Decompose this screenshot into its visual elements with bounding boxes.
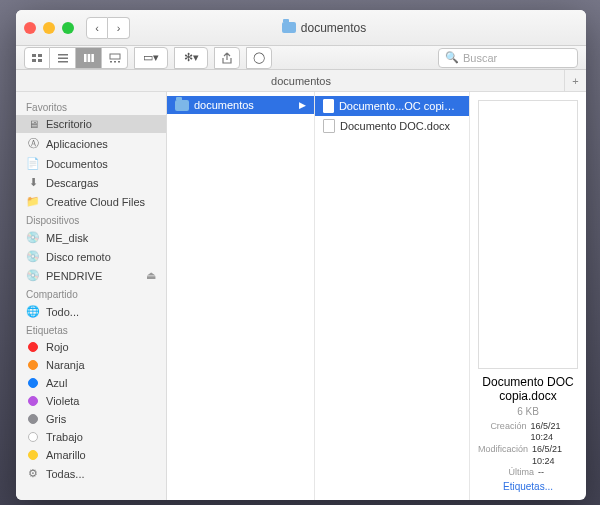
sidebar-item-label: Violeta [46, 395, 79, 407]
arrange-group: ▭▾ [134, 47, 168, 69]
column-item[interactable]: documentos▶ [167, 96, 314, 114]
svg-rect-6 [58, 61, 68, 63]
preview-meta-row: Modificación16/5/21 10:24 [478, 444, 578, 467]
svg-rect-2 [32, 59, 36, 62]
sidebar-item-todas-[interactable]: ⚙Todas... [16, 464, 166, 483]
desktop-icon: 🖥 [26, 118, 40, 130]
sidebar-item-label: Disco remoto [46, 251, 111, 263]
preview-meta-row: Creación16/5/21 10:24 [478, 421, 578, 444]
preview-meta-table: Creación16/5/21 10:24Modificación16/5/21… [478, 421, 578, 479]
action-button[interactable]: ✻▾ [174, 47, 208, 69]
add-tab-button[interactable]: + [564, 70, 586, 91]
view-column-button[interactable] [76, 47, 102, 69]
window-title-text: documentos [301, 21, 366, 35]
svg-rect-3 [38, 59, 42, 62]
tags-button[interactable]: ◯ [246, 47, 272, 69]
body: Favoritos🖥EscritorioⒶAplicaciones📄Docume… [16, 92, 586, 500]
folder-icon: 📁 [26, 195, 40, 208]
column-item[interactable]: Documento DOC.docx [315, 116, 469, 136]
folder-icon [282, 22, 296, 33]
sidebar-item-label: Creative Cloud Files [46, 196, 145, 208]
svg-rect-11 [110, 61, 112, 63]
sidebar-item-amarillo[interactable]: Amarillo [16, 446, 166, 464]
svg-rect-1 [38, 54, 42, 57]
titlebar: ‹ › documentos [16, 10, 586, 46]
sidebar-item-descargas[interactable]: ⬇Descargas [16, 173, 166, 192]
preview-meta-key: Última [478, 467, 534, 479]
folder-icon [175, 100, 189, 111]
preview-filename: Documento DOC copia.docx [478, 375, 578, 404]
sidebar-item-label: Trabajo [46, 431, 83, 443]
view-mode-segment [24, 47, 128, 69]
column-item-label: Documento...OC copia.docx [339, 100, 461, 112]
finder-window: ‹ › documentos ▭▾ ✻▾ ◯ 🔍 Buscar document… [16, 10, 586, 500]
docs-icon: 📄 [26, 157, 40, 170]
view-list-button[interactable] [50, 47, 76, 69]
sidebar-item-todo-[interactable]: 🌐Todo... [16, 302, 166, 321]
sidebar-item-label: Todas... [46, 468, 85, 480]
close-icon[interactable] [24, 22, 36, 34]
view-icon-button[interactable] [24, 47, 50, 69]
sidebar-item-disco-remoto[interactable]: 💿Disco remoto [16, 247, 166, 266]
preview-thumbnail [478, 100, 578, 369]
sidebar-item-pendrive[interactable]: 💿PENDRIVE⏏ [16, 266, 166, 285]
sidebar-item-naranja[interactable]: Naranja [16, 356, 166, 374]
search-input[interactable]: 🔍 Buscar [438, 48, 578, 68]
back-button[interactable]: ‹ [86, 17, 108, 39]
window-controls [24, 22, 74, 34]
sidebar-item-label: ME_disk [46, 232, 88, 244]
sidebar-item-label: Gris [46, 413, 66, 425]
search-placeholder: Buscar [463, 52, 497, 64]
search-icon: 🔍 [445, 51, 459, 64]
sidebar-item-label: Aplicaciones [46, 138, 108, 150]
svg-rect-9 [91, 54, 94, 62]
preview-tags-link[interactable]: Etiquetas... [503, 481, 553, 492]
tag-icon [26, 414, 40, 424]
share-button[interactable] [214, 47, 240, 69]
sidebar-item-trabajo[interactable]: Trabajo [16, 428, 166, 446]
tag-icon [26, 378, 40, 388]
view-gallery-button[interactable] [102, 47, 128, 69]
sidebar-item-violeta[interactable]: Violeta [16, 392, 166, 410]
toolbar: ▭▾ ✻▾ ◯ 🔍 Buscar [16, 46, 586, 70]
minimize-icon[interactable] [43, 22, 55, 34]
path-bar: documentos + [16, 70, 586, 92]
tag-icon [26, 342, 40, 352]
tag-icon [26, 450, 40, 460]
sidebar-item-aplicaciones[interactable]: ⒶAplicaciones [16, 133, 166, 154]
sidebar-item-label: Documentos [46, 158, 108, 170]
column-0: documentos▶ [167, 92, 315, 500]
sidebar-item-gris[interactable]: Gris [16, 410, 166, 428]
svg-rect-7 [84, 54, 87, 62]
svg-rect-5 [58, 57, 68, 59]
zoom-icon[interactable] [62, 22, 74, 34]
sidebar-item-me-disk[interactable]: 💿ME_disk [16, 228, 166, 247]
sidebar-item-escritorio[interactable]: 🖥Escritorio [16, 115, 166, 133]
sidebar-item-documentos[interactable]: 📄Documentos [16, 154, 166, 173]
sidebar-item-label: PENDRIVE [46, 270, 102, 282]
sidebar-item-azul[interactable]: Azul [16, 374, 166, 392]
document-icon [323, 99, 334, 113]
apps-icon: Ⓐ [26, 136, 40, 151]
preview-meta-key: Creación [478, 421, 526, 444]
nav-buttons: ‹ › [86, 17, 130, 39]
eject-icon[interactable]: ⏏ [146, 269, 156, 282]
svg-rect-8 [87, 54, 90, 62]
sidebar-header: Etiquetas [16, 321, 166, 338]
svg-rect-13 [118, 61, 120, 63]
sidebar-item-label: Naranja [46, 359, 85, 371]
sidebar: Favoritos🖥EscritorioⒶAplicaciones📄Docume… [16, 92, 167, 500]
chevron-right-icon: ▶ [299, 100, 306, 110]
sidebar-header: Dispositivos [16, 211, 166, 228]
sidebar-item-label: Descargas [46, 177, 99, 189]
svg-rect-12 [114, 61, 116, 63]
remote-icon: 💿 [26, 250, 40, 263]
path-label: documentos [271, 75, 331, 87]
downloads-icon: ⬇ [26, 176, 40, 189]
sidebar-item-rojo[interactable]: Rojo [16, 338, 166, 356]
arrange-button[interactable]: ▭▾ [134, 47, 168, 69]
column-item-label: documentos [194, 99, 254, 111]
column-item[interactable]: Documento...OC copia.docx [315, 96, 469, 116]
forward-button[interactable]: › [108, 17, 130, 39]
sidebar-item-creative-cloud-files[interactable]: 📁Creative Cloud Files [16, 192, 166, 211]
